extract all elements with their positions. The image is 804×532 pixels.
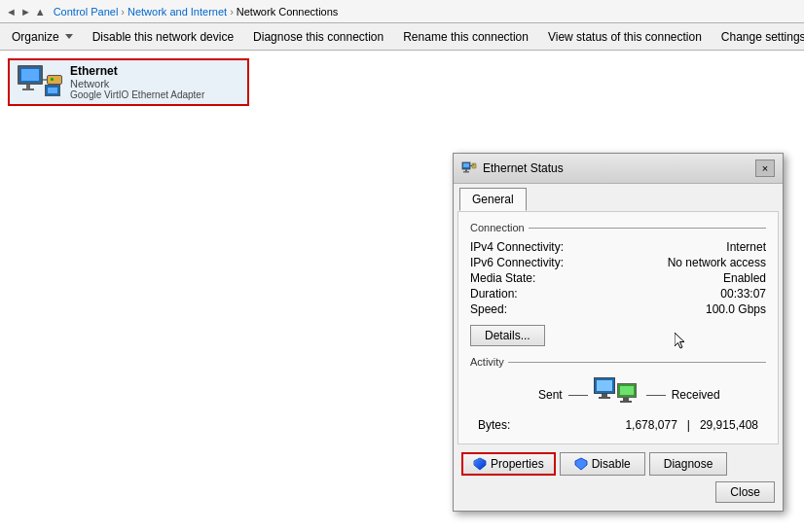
disable-network-device-button[interactable]: Disable this network device <box>85 23 241 50</box>
tab-bar: General <box>454 184 783 211</box>
bytes-received-value: 29,915,408 <box>700 418 758 432</box>
speed-value: 100.0 Gbps <box>706 302 766 316</box>
activity-computers-icon <box>594 377 640 412</box>
details-row: Details... <box>470 325 766 346</box>
adapter-icon <box>16 65 62 100</box>
adapter-name: Ethernet <box>70 64 204 78</box>
properties-button[interactable]: Properties <box>461 452 556 476</box>
disable-button[interactable]: Disable <box>560 452 645 476</box>
activity-graphic: Sent <box>538 377 720 412</box>
adapter-driver: Google VirtIO Ethernet Adapter <box>70 89 204 100</box>
dialog-body: Connection IPv4 Connectivity: Internet I… <box>457 211 779 444</box>
bytes-label: Bytes: <box>478 418 510 432</box>
adapter-list: Ethernet Network Google VirtIO Ethernet … <box>0 51 804 114</box>
dialog-title-text: Ethernet Status <box>483 161 564 175</box>
activity-section-header: Activity <box>470 356 766 368</box>
address-bar: ◄ ► ▲ Control Panel › Network and Intern… <box>0 0 804 23</box>
svg-rect-1 <box>463 163 469 167</box>
speed-label: Speed: <box>470 302 507 316</box>
ipv4-label: IPv4 Connectivity: <box>470 240 564 254</box>
speed-row: Speed: 100.0 Gbps <box>470 301 766 317</box>
duration-label: Duration: <box>470 287 518 301</box>
crumb-control-panel[interactable]: Control Panel <box>54 6 119 18</box>
dialog-titlebar: Ethernet Status × <box>454 154 783 184</box>
media-label: Media State: <box>470 271 535 285</box>
ipv6-label: IPv6 Connectivity: <box>470 256 564 269</box>
up-button[interactable]: ▲ <box>35 6 46 18</box>
ipv4-row: IPv4 Connectivity: Internet <box>470 239 766 255</box>
received-label: Received <box>672 388 720 402</box>
main-area: Ethernet Network Google VirtIO Ethernet … <box>0 51 804 532</box>
shield-properties-icon <box>473 457 487 471</box>
svg-point-6 <box>473 164 475 166</box>
close-footer: Close <box>454 481 783 511</box>
ipv6-value: No network access <box>668 256 766 269</box>
forward-button[interactable]: ► <box>20 6 31 18</box>
rename-connection-button[interactable]: Rename this connection <box>395 23 536 50</box>
bytes-sent-value: 1,678,077 <box>625 418 676 432</box>
toolbar: Organize Disable this network device Dia… <box>0 23 804 51</box>
adapter-info: Ethernet Network Google VirtIO Ethernet … <box>70 64 204 100</box>
details-button[interactable]: Details... <box>470 325 545 346</box>
shield-disable-icon <box>574 457 588 471</box>
organize-button[interactable]: Organize <box>4 23 81 50</box>
svg-marker-9 <box>575 458 587 470</box>
dialog-title: Ethernet Status <box>461 160 564 176</box>
bytes-row: Bytes: 1,678,077 | 29,915,408 <box>470 416 766 434</box>
svg-rect-3 <box>463 171 469 173</box>
svg-marker-8 <box>474 458 486 470</box>
sent-label: Sent <box>538 388 563 402</box>
ipv4-value: Internet <box>726 240 766 254</box>
ethernet-status-dialog: Ethernet Status × General Connection IPv… <box>453 153 784 512</box>
activity-section: Activity Sent <box>470 356 766 434</box>
media-value: Enabled <box>723 271 766 285</box>
dialog-footer: Properties Disable Diagnose <box>454 448 783 481</box>
change-settings-button[interactable]: Change settings <box>713 23 804 50</box>
dialog-close-button[interactable]: × <box>755 160 775 177</box>
adapter-type: Network <box>70 78 204 89</box>
duration-row: Duration: 00:33:07 <box>470 286 766 301</box>
crumb-network-connections: Network Connections <box>237 6 339 18</box>
tab-general[interactable]: General <box>459 188 527 211</box>
media-row: Media State: Enabled <box>470 270 766 286</box>
view-status-button[interactable]: View status of this connection <box>540 23 710 50</box>
ipv6-row: IPv6 Connectivity: No network access <box>470 255 766 270</box>
close-button[interactable]: Close <box>715 481 775 503</box>
organize-chevron <box>65 34 73 39</box>
duration-value: 00:33:07 <box>720 287 766 301</box>
crumb-network-internet[interactable]: Network and Internet <box>128 6 227 18</box>
back-button[interactable]: ◄ <box>6 6 17 18</box>
connection-section-header: Connection <box>470 222 766 233</box>
diagnose-connection-button[interactable]: Diagnose this connection <box>245 23 391 50</box>
ethernet-adapter-item[interactable]: Ethernet Network Google VirtIO Ethernet … <box>8 58 249 106</box>
network-title-icon <box>461 160 477 176</box>
diagnose-dialog-button[interactable]: Diagnose <box>649 452 728 476</box>
